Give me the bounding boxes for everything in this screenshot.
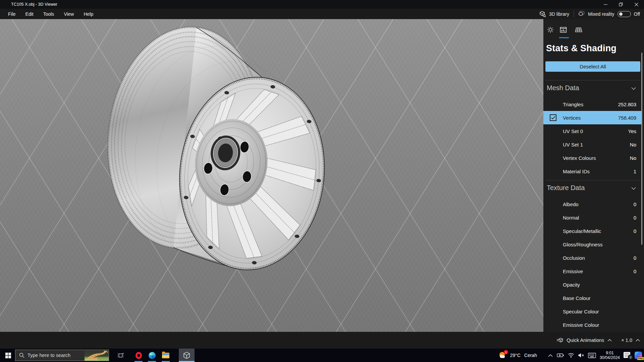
windows-logo-icon	[5, 353, 11, 358]
taskbar-app-3d-viewer[interactable]	[180, 349, 193, 362]
stat-row-uv-set-0[interactable]: UV Set 0 Yes	[543, 124, 642, 138]
title-bar: TC105 X.obj - 3D Viewer	[0, 0, 644, 9]
stat-row-emissive-colour[interactable]: Emissive Colour	[543, 318, 642, 331]
start-button[interactable]	[0, 349, 16, 362]
tab-grid[interactable]	[575, 26, 582, 34]
stat-row-base-colour[interactable]: Base Colour	[543, 291, 642, 305]
menu-view[interactable]: View	[64, 11, 74, 17]
sun-icon	[547, 26, 554, 33]
quick-animations-button[interactable]: Quick Animations	[567, 338, 604, 343]
stats-shading-panel: Stats & Shading Deselect All Mesh Data T…	[543, 19, 644, 332]
wifi-icon[interactable]	[568, 353, 574, 358]
window-title: TC105 X.obj - 3D Viewer	[11, 0, 57, 9]
menu-help[interactable]: Help	[84, 11, 93, 17]
weather-badge: 1	[504, 350, 508, 354]
hidden-icons-chevron[interactable]	[548, 354, 553, 357]
tray-condition[interactable]: Cerah	[524, 353, 537, 358]
stat-row-vertices[interactable]: Vertices 758.409	[543, 111, 642, 124]
touch-keyboard-icon[interactable]	[588, 353, 596, 358]
divider	[545, 180, 640, 180]
close-icon	[635, 3, 638, 6]
restore-button[interactable]	[613, 0, 629, 9]
menubar-divider	[574, 11, 574, 17]
tab-environment[interactable]	[547, 26, 554, 34]
taskbar-search[interactable]	[15, 350, 109, 361]
taskbar-app-file-explorer[interactable]	[159, 349, 172, 362]
stat-row-triangles[interactable]: Triangles 252.803	[543, 98, 642, 111]
task-view-button[interactable]	[114, 349, 127, 362]
stat-row-opacity[interactable]: Opacity	[543, 278, 642, 291]
texture-data-rows: Albedo 0 Normal 0 Specular/Metallic 0 Gl…	[543, 197, 642, 331]
texture-data-header[interactable]: Texture Data	[547, 182, 641, 194]
battery-charging-icon[interactable]	[557, 353, 564, 358]
notifications-button[interactable]: 7	[624, 352, 631, 359]
stat-row-normal[interactable]: Normal 0	[543, 211, 642, 224]
menu-edit[interactable]: Edit	[25, 11, 34, 17]
3d-viewport[interactable]	[0, 19, 543, 332]
stat-row-gloss-roughness[interactable]: Gloss/Roughness	[543, 238, 642, 251]
close-button[interactable]	[629, 0, 644, 9]
mesh-data-rows: Triangles 252.803 Vertices 758.409 UV Se…	[543, 98, 642, 178]
weather-button[interactable]: 1	[498, 351, 506, 359]
minimize-button[interactable]	[598, 0, 613, 9]
preview-tag: PRE	[637, 357, 644, 360]
windows-taskbar: 1 29°C Cerah 9:01 30/04	[0, 349, 644, 362]
system-tray: 1 29°C Cerah 9:01 30/04	[498, 349, 642, 362]
taskbar-app-edge[interactable]	[145, 349, 159, 362]
task-view-icon	[117, 352, 124, 359]
toggle-knob	[619, 12, 623, 16]
chevron-down-icon[interactable]	[631, 184, 636, 192]
search-highlight-image[interactable]	[85, 350, 109, 361]
clock[interactable]: 9:01 30/04/2024	[600, 351, 620, 360]
mixed-reality-state: Off	[634, 11, 640, 17]
mixed-reality-icon	[578, 11, 585, 17]
3d-viewer-cube-icon	[183, 352, 190, 359]
tray-date: 30/04/2024	[600, 355, 620, 360]
grid-icon	[575, 26, 582, 33]
3d-library-icon	[539, 11, 546, 17]
stat-row-specular-metallic[interactable]: Specular/Metallic 0	[543, 224, 642, 238]
bottom-bar: Quick Animations × 1.0	[0, 332, 644, 349]
panel-scrollbar[interactable]	[641, 53, 642, 245]
restore-icon	[619, 2, 623, 6]
file-explorer-icon	[162, 353, 169, 358]
stat-row-albedo[interactable]: Albedo 0	[543, 197, 642, 211]
tray-temperature[interactable]: 29°C	[510, 353, 521, 358]
chevron-up-icon[interactable]	[636, 339, 640, 342]
copilot-preview-button[interactable]: PRE	[635, 352, 642, 359]
stat-row-vertex-colours[interactable]: Vertex Colours No	[543, 151, 642, 165]
stat-row-material-ids[interactable]: Material IDs 1	[543, 165, 642, 178]
playback-speed[interactable]: × 1.0	[621, 338, 632, 343]
mixed-reality-toggle[interactable]	[618, 11, 631, 17]
mesh-data-header[interactable]: Mesh Data	[547, 82, 641, 94]
menu-tools[interactable]: Tools	[43, 11, 54, 17]
panel-title: Stats & Shading	[546, 43, 616, 54]
volume-muted-icon[interactable]	[578, 353, 584, 358]
menu-file[interactable]: File	[8, 11, 16, 17]
active-tab-indicator	[559, 37, 569, 38]
chevron-up-icon[interactable]	[607, 339, 612, 342]
check-icon	[551, 116, 555, 120]
vertices-checkbox[interactable]	[550, 114, 556, 121]
stat-row-uv-set-1[interactable]: UV Set 1 No	[543, 138, 642, 151]
tray-time: 9:01	[600, 351, 620, 355]
edge-icon	[149, 352, 156, 359]
mixed-reality-label: Mixed reality	[588, 11, 614, 17]
divider	[545, 80, 640, 80]
stat-row-emissive[interactable]: Emissive 0	[543, 264, 642, 278]
3d-library-button[interactable]: 3D library	[549, 11, 569, 17]
minimize-icon	[604, 3, 607, 6]
wheel-model[interactable]	[0, 19, 543, 332]
stats-icon	[560, 26, 567, 33]
search-input[interactable]	[28, 353, 81, 358]
stat-row-specular-colour[interactable]: Specular Colour	[543, 305, 642, 318]
opera-icon	[136, 352, 142, 359]
notification-badge: 7	[628, 355, 633, 360]
cheetah-image	[85, 350, 109, 361]
menu-bar: File Edit Tools View Help 3D library Mix…	[0, 9, 644, 19]
chevron-down-icon[interactable]	[631, 84, 636, 92]
tab-stats-shading[interactable]	[559, 26, 567, 34]
taskbar-app-opera[interactable]	[132, 349, 145, 362]
deselect-all-button[interactable]: Deselect All	[545, 61, 640, 72]
stat-row-occlusion[interactable]: Occlusion 0	[543, 251, 642, 264]
